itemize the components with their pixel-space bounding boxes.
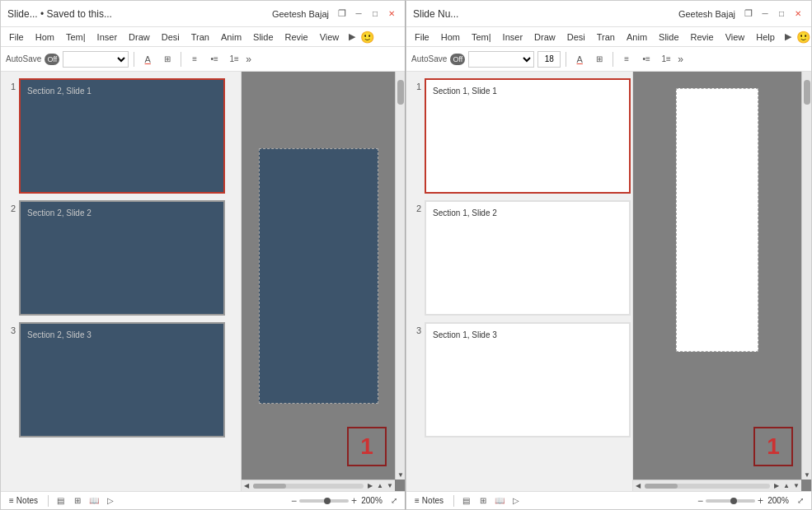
- zoom-plus-right[interactable]: +: [758, 495, 763, 507]
- menu-review-left[interactable]: Revie: [280, 30, 313, 44]
- align-btn-left[interactable]: ≡: [186, 51, 203, 68]
- slide-panel-left[interactable]: 1 Section 2, Slide 1 2 Section 2, Slide …: [1, 72, 242, 491]
- restore-icon-left[interactable]: ❐: [336, 7, 349, 21]
- slide-canvas-left[interactable]: [259, 148, 378, 404]
- menu-template-right[interactable]: Tem|: [467, 30, 496, 44]
- slide-inner-3-left[interactable]: Section 2, Slide 3: [19, 322, 225, 437]
- hscroll-thumb-left[interactable]: [253, 484, 286, 489]
- view-grid-right[interactable]: ⊞: [476, 494, 490, 508]
- font-color-btn-right[interactable]: A: [571, 51, 588, 68]
- toolbar-more-left[interactable]: »: [246, 54, 251, 65]
- menu-design-left[interactable]: Desi: [157, 30, 185, 44]
- slide-inner-1-left[interactable]: Section 2, Slide 1: [19, 78, 225, 194]
- num-btn-right[interactable]: 1≡: [658, 51, 674, 68]
- menu-view-right[interactable]: View: [720, 30, 750, 44]
- slide-inner-2-right[interactable]: Section 1, Slide 2: [425, 200, 631, 316]
- menu-view-left[interactable]: View: [315, 30, 345, 44]
- fit-btn-left[interactable]: ⤢: [387, 494, 401, 508]
- maximize-btn-left[interactable]: □: [368, 7, 382, 21]
- menu-draw-left[interactable]: Draw: [124, 30, 155, 44]
- zoom-plus-left[interactable]: +: [351, 495, 357, 507]
- autosave-toggle-right[interactable]: Off: [450, 54, 465, 65]
- menu-home-right[interactable]: Hom: [436, 30, 465, 44]
- slide-inner-1-right[interactable]: Section 1, Slide 1: [425, 78, 631, 194]
- vscroll-down-arrow[interactable]: ▼: [396, 470, 405, 480]
- hscroll-up-arrow-right[interactable]: ▲: [781, 480, 791, 492]
- vscroll-thumb-right[interactable]: [804, 80, 810, 105]
- hscroll-right-arrow[interactable]: ▶: [365, 480, 375, 492]
- hscroll-track-right[interactable]: [645, 484, 770, 489]
- slide-panel-right[interactable]: 1 Section 1, Slide 1 2 Section 1, Slide …: [406, 72, 633, 491]
- autosave-toggle-left[interactable]: Off: [45, 54, 59, 65]
- hscroll-up-arrow[interactable]: ▲: [375, 480, 385, 492]
- vscroll-down-arrow-right[interactable]: ▼: [802, 470, 811, 480]
- zoom-slider-right[interactable]: [706, 499, 755, 503]
- menu-slide-right[interactable]: Slide: [654, 30, 683, 44]
- menu-transitions-right[interactable]: Tran: [592, 30, 620, 44]
- view-reading-left[interactable]: 📖: [87, 494, 101, 508]
- font-color-btn-left[interactable]: A: [139, 51, 156, 68]
- font-dropdown-left[interactable]: [63, 51, 129, 68]
- hscroll-thumb-right[interactable]: [645, 484, 678, 489]
- hscroll-down-arrow2-right[interactable]: ▼: [791, 480, 801, 492]
- slide-thumb-3-left[interactable]: Section 2, Slide 3: [19, 322, 237, 437]
- hscroll-left-arrow[interactable]: ◀: [242, 480, 251, 492]
- menu-animations-right[interactable]: Anim: [622, 30, 652, 44]
- layout-btn-left[interactable]: ⊞: [159, 51, 176, 68]
- menu-insert-right[interactable]: Inser: [498, 30, 528, 44]
- zoom-minus-left[interactable]: −: [291, 495, 297, 507]
- slide-inner-3-right[interactable]: Section 1, Slide 3: [425, 322, 631, 437]
- vscroll-right[interactable]: ▼: [801, 72, 811, 480]
- view-reading-right[interactable]: 📖: [492, 494, 507, 508]
- view-present-right[interactable]: ▷: [509, 494, 523, 508]
- zoom-slider-left[interactable]: [299, 499, 349, 503]
- menu-template-left[interactable]: Tem|: [61, 30, 91, 44]
- hscroll-right[interactable]: ◀ ▶ ▲ ▼: [633, 480, 801, 491]
- restore-icon-right[interactable]: ❐: [742, 7, 755, 21]
- toolbar-more-right[interactable]: »: [678, 54, 683, 65]
- slide-thumb-2-left[interactable]: Section 2, Slide 2: [19, 200, 237, 316]
- minimize-btn-left[interactable]: ─: [352, 7, 365, 21]
- hscroll-left[interactable]: ◀ ▶ ▲ ▼: [242, 480, 395, 491]
- close-btn-left[interactable]: ✕: [385, 7, 398, 21]
- view-present-left[interactable]: ▷: [103, 494, 118, 508]
- layout-btn-right[interactable]: ⊞: [591, 51, 608, 68]
- menu-home-left[interactable]: Hom: [31, 30, 59, 44]
- menu-design-right[interactable]: Desi: [562, 30, 590, 44]
- menu-animations-left[interactable]: Anim: [216, 30, 246, 44]
- notes-btn-left[interactable]: ≡ Notes: [4, 494, 43, 507]
- align-btn-right[interactable]: ≡: [618, 51, 635, 68]
- menu-help-right[interactable]: Help: [751, 30, 780, 44]
- emoji-btn-right[interactable]: 🙂: [796, 30, 810, 44]
- menu-file-left[interactable]: File: [4, 30, 29, 44]
- menu-more-right[interactable]: ▶: [781, 30, 795, 44]
- hscroll-track-left[interactable]: [253, 484, 364, 489]
- view-normal-right[interactable]: ▤: [459, 494, 474, 508]
- zoom-slider-thumb-left[interactable]: [324, 498, 331, 504]
- menu-more-left[interactable]: ▶: [345, 30, 359, 44]
- vscroll-thumb-left[interactable]: [397, 80, 404, 105]
- menu-transitions-left[interactable]: Tran: [186, 30, 214, 44]
- view-grid-left[interactable]: ⊞: [70, 494, 85, 508]
- notes-btn-right[interactable]: ≡ Notes: [410, 494, 448, 507]
- menu-draw-right[interactable]: Draw: [529, 30, 561, 44]
- fit-btn-right[interactable]: ⤢: [793, 494, 808, 508]
- zoom-slider-thumb-right[interactable]: [730, 498, 737, 504]
- num-btn-left[interactable]: 1≡: [226, 51, 242, 68]
- maximize-btn-right[interactable]: □: [775, 7, 788, 21]
- zoom-minus-right[interactable]: −: [697, 495, 703, 507]
- close-btn-right[interactable]: ✕: [791, 7, 805, 21]
- emoji-btn-left[interactable]: 🙂: [360, 30, 374, 44]
- menu-slide-left[interactable]: Slide: [248, 30, 278, 44]
- menu-insert-left[interactable]: Inser: [92, 30, 122, 44]
- hscroll-down-arrow2[interactable]: ▼: [385, 480, 395, 492]
- slide-thumb-3-right[interactable]: Section 1, Slide 3: [425, 322, 631, 437]
- font-size-right[interactable]: [537, 51, 561, 68]
- slide-inner-2-left[interactable]: Section 2, Slide 2: [19, 200, 225, 316]
- hscroll-left-arrow-right[interactable]: ◀: [633, 480, 643, 492]
- bullet-btn-right[interactable]: •≡: [638, 51, 655, 68]
- menu-file-right[interactable]: File: [410, 30, 434, 44]
- slide-thumb-2-right[interactable]: Section 1, Slide 2: [425, 200, 631, 316]
- vscroll-left[interactable]: ▼: [395, 72, 405, 480]
- font-dropdown-right[interactable]: [468, 51, 534, 68]
